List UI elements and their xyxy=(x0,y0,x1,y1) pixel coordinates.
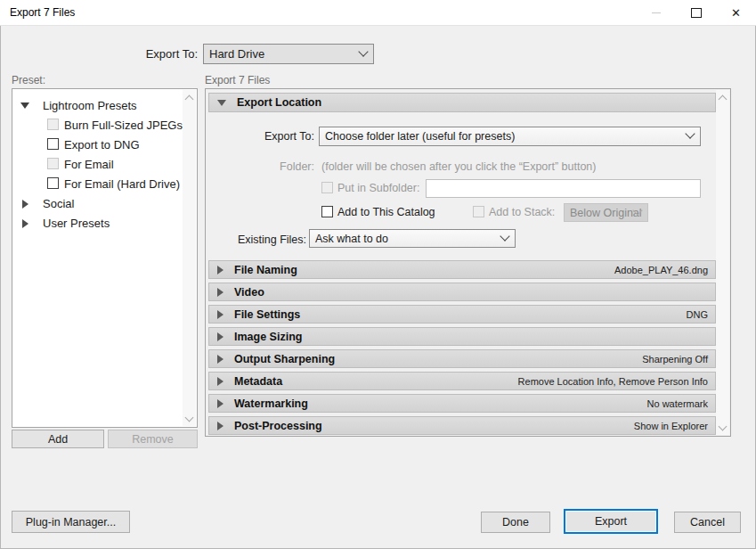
add-to-stack-label: Add to Stack: xyxy=(489,206,555,218)
tree-item-label[interactable]: For Email (Hard Drive) xyxy=(64,177,180,191)
existing-files-value: Ask what to do xyxy=(315,233,388,245)
expand-triangle-icon xyxy=(217,377,224,386)
folder-label: Folder: xyxy=(241,160,314,173)
section-export-location[interactable]: Export Location xyxy=(208,93,716,112)
expand-triangle-icon xyxy=(217,288,224,297)
section-watermarking[interactable]: Watermarking No watermark xyxy=(208,394,716,413)
add-to-catalog-checkbox[interactable] xyxy=(321,206,333,217)
tree-item-label[interactable]: Burn Full-Sized JPEGs xyxy=(64,119,183,132)
section-video[interactable]: Video xyxy=(208,283,716,301)
remove-button: Remove xyxy=(108,430,198,448)
location-export-to-select[interactable]: Choose folder later (useful for presets) xyxy=(319,127,701,146)
location-export-to-label: Export To: xyxy=(241,130,314,143)
preset-caption: Preset: xyxy=(12,74,45,86)
collapse-triangle-icon[interactable] xyxy=(20,102,29,109)
burn-full-sized-jpegs-checkbox xyxy=(47,119,59,130)
section-summary: Adobe_PLAY_46.dng xyxy=(614,265,708,275)
expand-triangle-icon[interactable] xyxy=(22,200,28,209)
expand-triangle-icon xyxy=(217,310,224,319)
tree-item-label[interactable]: Export to DNG xyxy=(64,138,140,152)
title-bar: Export 7 Files ✕ xyxy=(0,0,756,26)
expand-triangle-icon xyxy=(217,422,224,430)
export-to-dng-checkbox[interactable] xyxy=(47,138,59,150)
tree-item-label[interactable]: Social xyxy=(43,197,74,210)
export-button[interactable]: Export xyxy=(564,509,658,534)
scroll-down-arrow[interactable] xyxy=(183,412,196,425)
section-title: Metadata xyxy=(234,375,282,388)
chevron-down-icon xyxy=(360,50,367,55)
add-to-catalog-label: Add to This Catalog xyxy=(337,206,435,218)
chevron-down-icon xyxy=(634,209,641,214)
export-options-panel: Export Location Export To: Choose folder… xyxy=(205,88,731,437)
maximize-icon xyxy=(691,8,702,18)
expand-triangle-icon xyxy=(217,266,224,274)
scroll-up-arrow[interactable] xyxy=(716,91,729,104)
existing-files-select[interactable]: Ask what to do xyxy=(309,229,516,248)
main-panel-caption: Export 7 Files xyxy=(205,74,270,86)
section-image-sizing[interactable]: Image Sizing xyxy=(208,327,716,346)
export-to-label: Export To: xyxy=(89,47,198,61)
scroll-up-arrow[interactable] xyxy=(183,91,196,104)
subfolder-input[interactable] xyxy=(426,179,701,198)
section-file-settings[interactable]: File Settings DNG xyxy=(208,305,716,324)
done-button[interactable]: Done xyxy=(481,512,550,533)
export-to-select[interactable]: Hard Drive xyxy=(203,44,374,64)
window-title: Export 7 Files xyxy=(10,0,75,25)
section-summary: Show in Explorer xyxy=(634,421,708,431)
plugin-manager-button[interactable]: Plug-in Manager... xyxy=(12,511,130,533)
chevron-down-icon xyxy=(501,234,508,240)
section-title: Export Location xyxy=(237,96,321,109)
scroll-down-arrow[interactable] xyxy=(716,421,729,434)
section-title: Image Sizing xyxy=(234,331,302,343)
chevron-down-icon xyxy=(687,132,694,137)
expand-triangle-icon[interactable] xyxy=(22,219,28,228)
expand-triangle-icon xyxy=(217,332,224,341)
tree-item-label[interactable]: Lightroom Presets xyxy=(43,99,137,112)
minimize-icon xyxy=(652,12,661,13)
close-button[interactable]: ✕ xyxy=(716,0,756,25)
add-to-stack-checkbox xyxy=(473,206,484,217)
for-email-hard-drive-checkbox[interactable] xyxy=(47,177,59,189)
section-post-processing[interactable]: Post-Processing Show in Explorer xyxy=(208,416,716,435)
options-scrollbar[interactable] xyxy=(716,90,729,435)
preset-scrollbar[interactable] xyxy=(183,90,196,426)
for-email-checkbox xyxy=(47,158,59,169)
tree-item-label[interactable]: User Presets xyxy=(43,217,110,230)
section-title: File Settings xyxy=(234,308,300,321)
section-output-sharpening[interactable]: Output Sharpening Sharpening Off xyxy=(208,349,716,368)
section-title: Video xyxy=(234,286,264,299)
section-title: Output Sharpening xyxy=(234,353,335,365)
preset-tree: Lightroom Presets Burn Full-Sized JPEGs … xyxy=(12,88,198,428)
tree-item-label[interactable]: For Email xyxy=(64,158,114,171)
section-title: Watermarking xyxy=(234,397,308,410)
add-to-stack-value: Below Original xyxy=(570,207,642,219)
section-metadata[interactable]: Metadata Remove Location Info, Remove Pe… xyxy=(208,372,716,390)
section-summary: DNG xyxy=(687,309,708,320)
section-title: Post-Processing xyxy=(234,420,322,432)
collapse-triangle-icon xyxy=(217,100,226,106)
existing-files-label: Existing Files: xyxy=(233,234,306,246)
folder-note: (folder will be chosen after you click t… xyxy=(321,160,596,173)
section-title: File Naming xyxy=(234,264,297,276)
expand-triangle-icon xyxy=(217,355,224,364)
minimize-button xyxy=(636,0,676,25)
export-to-value: Hard Drive xyxy=(209,47,264,61)
location-export-to-value: Choose folder later (useful for presets) xyxy=(325,130,515,143)
section-file-naming[interactable]: File Naming Adobe_PLAY_46.dng xyxy=(208,260,716,279)
put-in-subfolder-checkbox xyxy=(321,182,333,193)
add-button[interactable]: Add xyxy=(12,430,104,448)
put-in-subfolder-label: Put in Subfolder: xyxy=(337,182,419,194)
section-summary: Sharpening Off xyxy=(642,354,708,365)
add-to-stack-select: Below Original xyxy=(564,203,648,222)
export-dialog: { "window": { "title": "Export 7 Files" … xyxy=(0,0,756,549)
close-icon: ✕ xyxy=(731,7,741,19)
section-summary: Remove Location Info, Remove Person Info xyxy=(518,376,708,387)
expand-triangle-icon xyxy=(217,399,224,408)
section-summary: No watermark xyxy=(647,398,708,409)
maximize-button[interactable] xyxy=(676,0,716,25)
cancel-button[interactable]: Cancel xyxy=(674,512,741,533)
